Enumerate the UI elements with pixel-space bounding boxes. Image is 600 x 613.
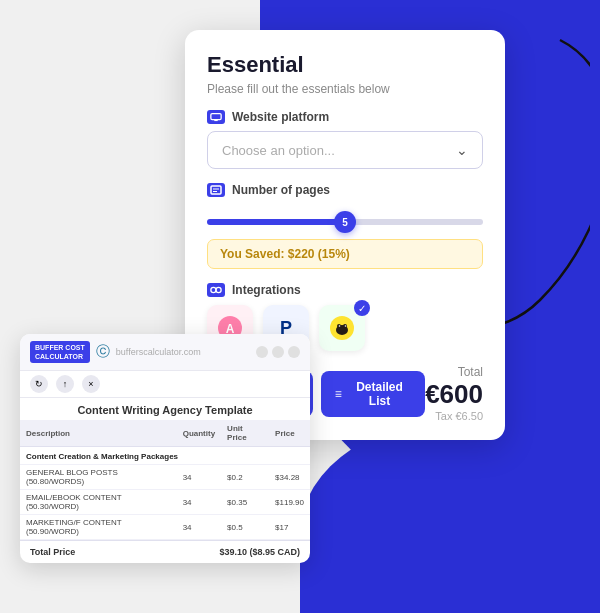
col-price: Price <box>269 420 310 447</box>
sheet-more-icon[interactable]: × <box>82 375 100 393</box>
table-row: MARKETING/F CONTENT (50.90/WORD) 34 $0.5… <box>20 515 310 540</box>
sheet-header: BUFFER COST CALCULATOR ⓒ bufferscalculat… <box>20 334 310 371</box>
total-tax: Tax €6.50 <box>425 410 483 422</box>
slider-track[interactable]: 5 <box>207 219 483 225</box>
svg-point-15 <box>345 325 347 327</box>
window-controls <box>256 346 300 358</box>
pages-icon <box>207 183 225 197</box>
total-amount: €600 <box>425 379 483 410</box>
col-description: Description <box>20 420 177 447</box>
close-button[interactable] <box>288 346 300 358</box>
pages-slider-container: 5 <box>207 211 483 233</box>
minimize-button[interactable] <box>256 346 268 358</box>
website-platform-label: Website platform <box>207 110 483 124</box>
integrations-icon <box>207 283 225 297</box>
svg-point-14 <box>339 325 341 327</box>
col-quantity: Quantity <box>177 420 221 447</box>
sheet-url: bufferscalculator.com <box>116 347 250 357</box>
list-icon: ≡ <box>335 387 342 401</box>
svg-rect-0 <box>211 114 221 120</box>
monitor-icon <box>207 110 225 124</box>
col-unit-price: Unit Price <box>221 420 269 447</box>
table-section-head: Content Creation & Marketing Packages <box>20 447 310 465</box>
integrations-label: Integrations <box>207 283 483 297</box>
card-subtitle: Please fill out the essentials below <box>207 82 483 96</box>
svg-point-5 <box>211 287 216 292</box>
table-row: GENERAL BLOG POSTS (50.80/WORDS) 34 $0.2… <box>20 465 310 490</box>
chevron-down-icon: ⌄ <box>456 142 468 158</box>
card-title: Essential <box>207 52 483 78</box>
table-row: EMAIL/EBOOK CONTENT (50.30/WORD) 34 $0.3… <box>20 490 310 515</box>
website-platform-dropdown[interactable]: Choose an option... ⌄ <box>207 131 483 169</box>
detailed-list-button[interactable]: ≡ Detailed List <box>321 371 425 417</box>
table-header-row: Description Quantity Unit Price Price <box>20 420 310 447</box>
total-box: Total €600 Tax €6.50 <box>425 365 483 422</box>
sheet-logo: BUFFER COST CALCULATOR <box>30 341 90 363</box>
sheet-refresh-icon[interactable]: ↻ <box>30 375 48 393</box>
spreadsheet-card: BUFFER COST CALCULATOR ⓒ bufferscalculat… <box>20 334 310 563</box>
svg-point-6 <box>216 287 221 292</box>
savings-badge: You Saved: $220 (15%) <box>207 239 483 269</box>
sheet-title: Content Writing Agency Template <box>20 398 310 420</box>
dropdown-placeholder: Choose an option... <box>222 143 335 158</box>
sheet-share-icon[interactable]: ↑ <box>56 375 74 393</box>
wordpress-icon: ⓒ <box>96 343 110 361</box>
slider-thumb[interactable]: 5 <box>334 211 356 233</box>
sheet-total-value: $39.10 ($8.95 CAD) <box>219 547 300 557</box>
pages-label-container: Number of pages <box>207 183 483 197</box>
integration-mailchimp[interactable] <box>319 305 365 351</box>
svg-rect-2 <box>211 186 221 194</box>
sheet-icon-toolbar: ↻ ↑ × <box>20 371 310 398</box>
sheet-table: Description Quantity Unit Price Price Co… <box>20 420 310 540</box>
sheet-total-row: Total Price $39.10 ($8.95 CAD) <box>20 540 310 563</box>
maximize-button[interactable] <box>272 346 284 358</box>
sheet-total-label: Total Price <box>30 547 75 557</box>
